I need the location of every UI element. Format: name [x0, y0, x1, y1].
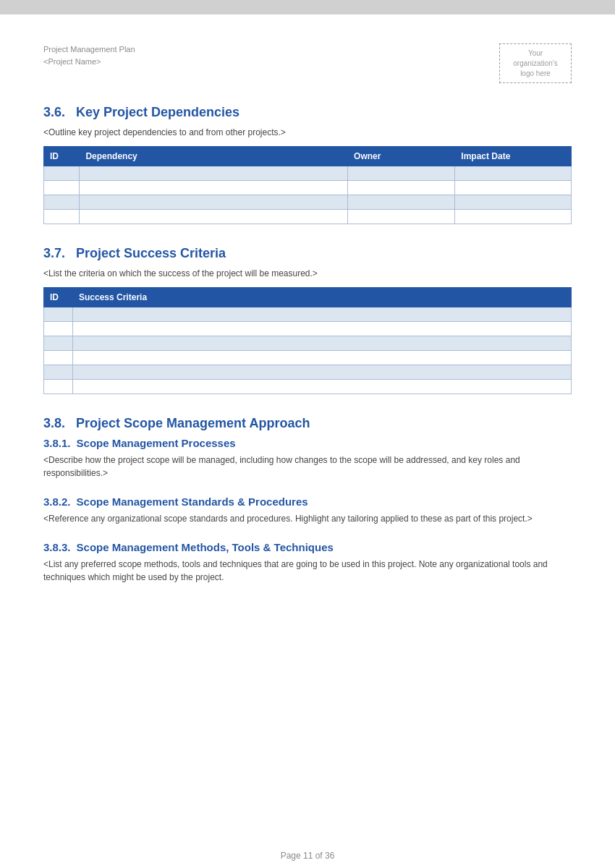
cell-owner: [348, 181, 455, 195]
cell-date: [455, 166, 572, 181]
table-row: [44, 166, 572, 181]
cell-id: [44, 307, 73, 322]
cell-id: [44, 322, 73, 336]
section-3-7-label: Project Success Criteria: [76, 246, 226, 261]
table-row: [44, 181, 572, 195]
cell-date: [455, 210, 572, 224]
subsection-3-8-2-num: 3.8.2.: [43, 495, 71, 508]
section-3-7: 3.7. Project Success Criteria <List the …: [43, 246, 572, 394]
dependencies-table-header-row: ID Dependency Owner Impact Date: [44, 147, 572, 166]
cell-date: [455, 195, 572, 210]
table-row: [44, 380, 572, 394]
dep-col-owner: Owner: [348, 147, 455, 166]
table-row: [44, 210, 572, 224]
section-3-8: 3.8. Project Scope Management Approach 3…: [43, 416, 572, 584]
subsection-3-8-3-num: 3.8.3.: [43, 541, 71, 553]
table-row: [44, 336, 572, 351]
section-3-6-num: 3.6.: [43, 105, 69, 120]
subsection-3-8-2-title: 3.8.2. Scope Management Standards & Proc…: [43, 495, 572, 508]
header-text: Project Management Plan <Project Name>: [43, 43, 135, 67]
page-footer: Page 11 of 36: [0, 851, 615, 861]
subsection-3-8-1-title: 3.8.1. Scope Management Processes: [43, 437, 572, 449]
table-row: [44, 365, 572, 380]
cell-owner: [348, 166, 455, 181]
cell-criteria: [73, 380, 572, 394]
cell-id: [44, 380, 73, 394]
subsection-3-8-3-title: 3.8.3. Scope Management Methods, Tools &…: [43, 541, 572, 553]
table-row: [44, 322, 572, 336]
dep-col-dependency: Dependency: [80, 147, 348, 166]
cell-id: [44, 365, 73, 380]
subsection-3-8-1-desc: <Describe how the project scope will be …: [43, 454, 572, 480]
cell-dep: [80, 210, 348, 224]
cell-criteria: [73, 336, 572, 351]
logo-placeholder: Yourorganization'slogo here: [499, 43, 572, 83]
section-3-6-desc: <Outline key project dependencies to and…: [43, 126, 572, 139]
success-criteria-table: ID Success Criteria: [43, 287, 572, 394]
cell-owner: [348, 195, 455, 210]
cell-date: [455, 181, 572, 195]
dependencies-table: ID Dependency Owner Impact Date: [43, 146, 572, 224]
cell-criteria: [73, 365, 572, 380]
section-3-6-label: Key Project Dependencies: [76, 105, 239, 120]
section-3-8-title: 3.8. Project Scope Management Approach: [43, 416, 572, 431]
section-3-7-title: 3.7. Project Success Criteria: [43, 246, 572, 261]
doc-title: Project Management Plan: [43, 43, 135, 56]
section-3-6: 3.6. Key Project Dependencies <Outline k…: [43, 105, 572, 224]
subsection-3-8-3: 3.8.3. Scope Management Methods, Tools &…: [43, 541, 572, 584]
table-row: [44, 195, 572, 210]
page-header: Project Management Plan <Project Name> Y…: [43, 43, 572, 83]
cell-criteria: [73, 351, 572, 365]
subsection-3-8-2: 3.8.2. Scope Management Standards & Proc…: [43, 495, 572, 525]
section-3-8-label: Project Scope Management Approach: [76, 416, 310, 431]
cell-criteria: [73, 307, 572, 322]
table-row: [44, 307, 572, 322]
sc-col-criteria: Success Criteria: [73, 288, 572, 307]
subsection-3-8-2-label: Scope Management Standards & Procedures: [77, 495, 308, 508]
cell-owner: [348, 210, 455, 224]
section-3-6-title: 3.6. Key Project Dependencies: [43, 105, 572, 120]
subsection-3-8-3-desc: <List any preferred scope methods, tools…: [43, 558, 572, 584]
document-page: Project Management Plan <Project Name> Y…: [0, 14, 615, 868]
subsection-3-8-1-num: 3.8.1.: [43, 437, 71, 449]
cell-id: [44, 210, 80, 224]
cell-criteria: [73, 322, 572, 336]
sc-col-id: ID: [44, 288, 73, 307]
subsection-3-8-1-label: Scope Management Processes: [77, 437, 236, 449]
subsection-3-8-1: 3.8.1. Scope Management Processes <Descr…: [43, 437, 572, 480]
cell-dep: [80, 181, 348, 195]
cell-id: [44, 336, 73, 351]
cell-id: [44, 181, 80, 195]
cell-id: [44, 166, 80, 181]
page-number: Page 11 of 36: [281, 851, 335, 861]
section-3-7-desc: <List the criteria on which the success …: [43, 267, 572, 280]
project-name: <Project Name>: [43, 56, 135, 68]
section-3-8-num: 3.8.: [43, 416, 69, 431]
table-row: [44, 351, 572, 365]
dep-col-id: ID: [44, 147, 80, 166]
section-3-7-num: 3.7.: [43, 246, 69, 261]
cell-dep: [80, 195, 348, 210]
subsection-3-8-2-desc: <Reference any organizational scope stan…: [43, 512, 572, 525]
subsection-3-8-3-label: Scope Management Methods, Tools & Techni…: [77, 541, 334, 553]
dep-col-impact-date: Impact Date: [455, 147, 572, 166]
cell-id: [44, 351, 73, 365]
cell-dep: [80, 166, 348, 181]
success-criteria-header-row: ID Success Criteria: [44, 288, 572, 307]
cell-id: [44, 195, 80, 210]
